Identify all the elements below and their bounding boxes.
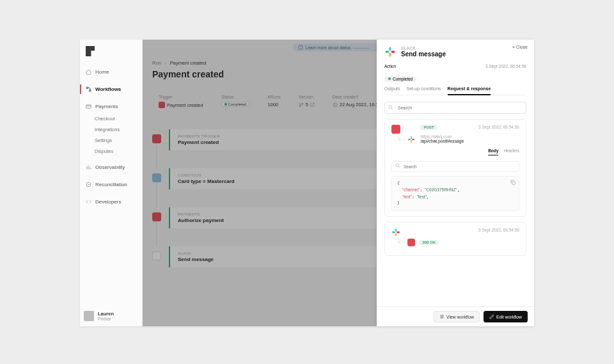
svg-rect-14 bbox=[412, 139, 414, 140]
workflow-icon bbox=[86, 86, 91, 92]
nav-developers[interactable]: Developers bbox=[80, 195, 142, 209]
subtab-headers[interactable]: Headers bbox=[503, 148, 519, 155]
tab-outputs[interactable]: Outputs bbox=[384, 86, 400, 95]
slack-icon bbox=[407, 136, 415, 143]
code-icon bbox=[86, 199, 91, 205]
tab-setup[interactable]: Set-up conditions bbox=[407, 86, 441, 95]
svg-rect-7 bbox=[386, 51, 390, 53]
search-icon bbox=[388, 105, 393, 110]
nav-reconciliation[interactable]: Reconciliation bbox=[80, 178, 142, 191]
body-search-input[interactable] bbox=[391, 161, 519, 172]
app-kicker: SLACK bbox=[401, 46, 446, 51]
panel-search bbox=[384, 100, 526, 114]
request-card: └→ POST https://slacj.com /api/chat.post… bbox=[384, 119, 526, 217]
response-card: └→ 200 OK 3 Sept 2022, 06:54:58 bbox=[384, 222, 526, 256]
pencil-icon bbox=[489, 314, 494, 319]
detail-panel: × Close SLACK Send message Action 3 Sept… bbox=[377, 40, 534, 326]
nav-label: Workflows bbox=[95, 86, 121, 92]
svg-rect-6 bbox=[390, 47, 391, 51]
edit-workflow-button[interactable]: Edit workflow bbox=[484, 311, 528, 322]
view-workflow-button[interactable]: View workflow bbox=[434, 311, 480, 322]
svg-rect-9 bbox=[391, 51, 395, 53]
svg-rect-19 bbox=[395, 233, 397, 236]
svg-rect-1 bbox=[90, 90, 91, 91]
svg-rect-20 bbox=[397, 232, 400, 233]
nav-settings[interactable]: Settings bbox=[80, 135, 142, 146]
request-subtabs: Body Headers bbox=[391, 148, 519, 155]
user-block[interactable]: Lauren Primer bbox=[80, 306, 142, 326]
reconcile-icon bbox=[86, 182, 91, 187]
response-timestamp: 3 Sept 2022, 06:54:58 bbox=[478, 228, 519, 232]
svg-rect-18 bbox=[392, 232, 395, 233]
search-input[interactable] bbox=[384, 102, 526, 114]
nav-observability[interactable]: Observability bbox=[80, 161, 142, 174]
nav-label: Home bbox=[95, 69, 109, 75]
request-host: https://slacj.com bbox=[420, 134, 464, 139]
subtab-body[interactable]: Body bbox=[488, 148, 498, 155]
nav-checkout[interactable]: Checkout bbox=[80, 113, 142, 124]
action-label: Action bbox=[384, 64, 396, 68]
chart-icon bbox=[86, 164, 91, 170]
target-icon bbox=[407, 239, 415, 246]
svg-rect-11 bbox=[411, 136, 412, 139]
slack-icon bbox=[391, 228, 400, 237]
method-badge: POST bbox=[420, 125, 437, 130]
nav-payments[interactable]: Payments bbox=[80, 100, 142, 113]
body-search bbox=[391, 159, 519, 172]
panel-footer: View workflow Edit workflow bbox=[377, 306, 534, 326]
home-icon bbox=[86, 69, 91, 75]
nav-workflows[interactable]: Workflows bbox=[80, 83, 142, 96]
tab-request-response[interactable]: Request & response bbox=[448, 86, 491, 95]
action-timestamp: 3 Sept 2022, 06:54:56 bbox=[485, 64, 526, 68]
avatar bbox=[84, 311, 94, 321]
svg-rect-8 bbox=[390, 53, 391, 57]
svg-point-15 bbox=[396, 164, 399, 167]
panel-tabs: Outputs Set-up conditions Request & resp… bbox=[384, 86, 526, 95]
payments-icon bbox=[86, 104, 91, 109]
source-icon bbox=[391, 125, 400, 134]
list-icon bbox=[439, 314, 445, 319]
svg-rect-13 bbox=[411, 140, 412, 143]
svg-rect-17 bbox=[395, 228, 397, 232]
nav-label: Reconciliation bbox=[95, 182, 127, 187]
status-badge: Completed bbox=[384, 76, 416, 82]
nav-home[interactable]: Home bbox=[80, 65, 142, 79]
request-path: /api/chat.postMessage bbox=[420, 139, 464, 143]
app-title: Send message bbox=[401, 51, 446, 58]
request-body: { "channel": "C02G375RHNZ", "text": "tes… bbox=[391, 176, 519, 211]
user-org: Primer bbox=[98, 317, 114, 321]
svg-rect-16 bbox=[512, 182, 516, 185]
svg-rect-2 bbox=[86, 105, 91, 108]
nav-disputes[interactable]: Disputes bbox=[80, 146, 142, 157]
svg-rect-0 bbox=[86, 87, 88, 88]
svg-point-10 bbox=[389, 106, 392, 109]
nav-label: Developers bbox=[95, 199, 121, 205]
slack-icon bbox=[384, 46, 396, 58]
logo-icon bbox=[86, 46, 95, 56]
nav-label: Payments bbox=[95, 104, 118, 109]
user-name: Lauren bbox=[98, 311, 114, 317]
nav-integrations[interactable]: Integrations bbox=[80, 124, 142, 135]
nav-label: Observability bbox=[95, 164, 125, 170]
close-button[interactable]: × Close bbox=[512, 45, 528, 49]
request-timestamp: 3 Sept 2022, 06:54:56 bbox=[478, 125, 519, 129]
sidebar: Home Workflows Payments Checkout Integra… bbox=[80, 40, 143, 326]
svg-rect-12 bbox=[408, 139, 411, 140]
copy-icon[interactable] bbox=[510, 179, 516, 186]
search-icon bbox=[395, 163, 400, 168]
status-badge: 200 OK bbox=[419, 240, 439, 245]
